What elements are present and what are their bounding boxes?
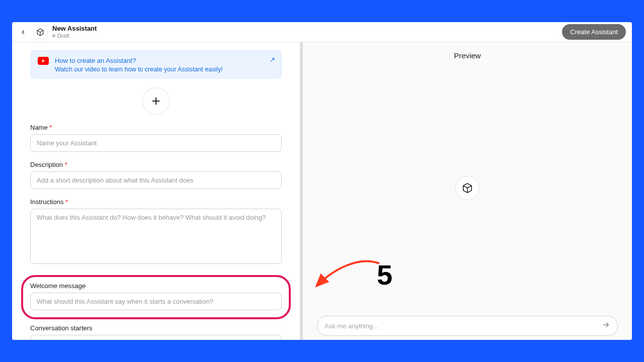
welcome-input[interactable]: [30, 293, 282, 310]
page-title: New Assistant: [52, 25, 97, 32]
welcome-highlight: Welcome message: [21, 275, 291, 319]
preview-avatar-icon: [455, 176, 479, 200]
starters-input[interactable]: [30, 335, 282, 340]
youtube-icon: [38, 57, 49, 65]
preview-pane: Preview: [303, 42, 632, 340]
send-icon[interactable]: [601, 320, 610, 331]
help-banner[interactable]: How to create an Assistant? Watch our vi…: [30, 50, 282, 78]
description-label: Description *: [30, 161, 282, 168]
add-avatar-button[interactable]: [142, 87, 170, 115]
back-button[interactable]: [18, 27, 28, 37]
chat-input[interactable]: [325, 322, 601, 330]
preview-title: Preview: [303, 42, 632, 60]
name-input[interactable]: [30, 134, 282, 152]
assistant-cube-icon: [33, 25, 47, 39]
form-pane: How to create an Assistant? Watch our vi…: [12, 42, 303, 340]
app-window: New Assistant Draft Create Assistant How…: [12, 22, 632, 340]
topbar: New Assistant Draft Create Assistant: [12, 22, 632, 42]
starters-label: Conversation starters: [30, 324, 282, 332]
help-banner-subtitle: Watch our video to learn how to create y…: [55, 66, 223, 73]
chat-input-bar[interactable]: [317, 316, 618, 336]
external-link-icon: ↗: [270, 56, 275, 63]
description-input[interactable]: [30, 171, 282, 189]
help-banner-title[interactable]: How to create an Assistant?: [55, 57, 136, 64]
name-label: Name *: [30, 124, 282, 131]
instructions-label: Instructions *: [30, 198, 282, 206]
welcome-label: Welcome message: [30, 282, 282, 290]
instructions-input[interactable]: [30, 209, 282, 264]
status-badge: Draft: [52, 33, 97, 39]
create-assistant-button[interactable]: Create Assistant: [562, 24, 626, 40]
